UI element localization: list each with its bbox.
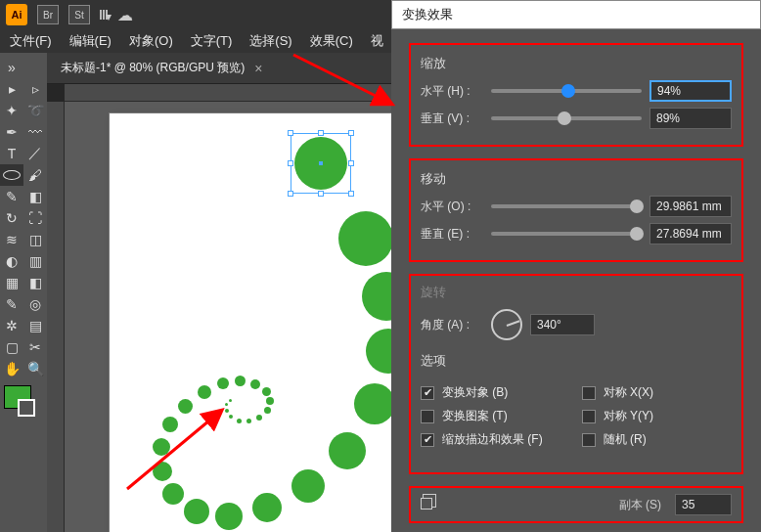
eraser-tool-icon[interactable]: ◧: [23, 186, 47, 207]
scale-v-slider[interactable]: [491, 116, 642, 120]
symbol-sprayer-tool-icon[interactable]: ✲: [0, 315, 23, 336]
scale-tool-icon[interactable]: ⛶: [23, 207, 47, 229]
app-logo-icon: Ai: [6, 4, 27, 25]
angle-dial-icon[interactable]: [491, 309, 522, 340]
scale-section: 缩放 水平 (H) : 94% 垂直 (V) : 89%: [409, 43, 743, 147]
selection-tool-icon[interactable]: ▸: [0, 78, 23, 100]
color-swatches[interactable]: [0, 385, 47, 417]
chk-reflect-y[interactable]: [582, 410, 596, 423]
chk-random[interactable]: [582, 433, 596, 447]
move-v-slider[interactable]: [491, 232, 642, 236]
type-tool-icon[interactable]: T: [0, 143, 23, 164]
lbl-scale-strokes: 缩放描边和效果 (F): [442, 431, 543, 448]
free-transform-tool-icon[interactable]: ◫: [23, 229, 47, 250]
scale-v-input[interactable]: 89%: [649, 108, 732, 129]
document-tab[interactable]: 未标题-1* @ 80% (RGB/GPU 预览): [61, 60, 245, 76]
artboard-tool-icon[interactable]: ▢: [0, 336, 23, 358]
gradient-tool-icon[interactable]: ◧: [23, 272, 47, 293]
lasso-tool-icon[interactable]: ➰: [23, 100, 47, 121]
lbl-reflect-x: 对称 X(X): [604, 384, 653, 401]
menu-type[interactable]: 文字(T): [191, 32, 233, 50]
chk-scale-strokes[interactable]: [421, 433, 434, 447]
perspective-tool-icon[interactable]: ▥: [23, 250, 47, 272]
rotate-tool-icon[interactable]: ↻: [0, 207, 23, 229]
graph-tool-icon[interactable]: ▤: [23, 315, 47, 336]
scale-v-label: 垂直 (V) :: [421, 111, 483, 127]
blend-tool-icon[interactable]: ◎: [23, 293, 47, 315]
width-tool-icon[interactable]: ≋: [0, 229, 23, 250]
lbl-reflect-y: 对称 Y(Y): [604, 408, 653, 424]
chk-transform-object[interactable]: [421, 386, 434, 400]
tools-panel: » ▸▹ ✦➰ ✒〰 T／ 🖌 ✎◧ ↻⛶ ≋◫ ◐▥ ▦◧ ✎◎ ✲▤ ▢✂ …: [0, 53, 47, 532]
arrange-docs-icon[interactable]: ▾: [100, 10, 108, 20]
sync-icon[interactable]: ☁: [117, 6, 133, 24]
mesh-tool-icon[interactable]: ▦: [0, 272, 23, 293]
move-section: 移动 水平 (O) : 29.9861 mm 垂直 (E) : 27.8694 …: [409, 158, 743, 262]
chk-reflect-x[interactable]: [582, 386, 596, 400]
stroke-swatch-icon[interactable]: [18, 399, 35, 417]
tab-cycle-icon[interactable]: »: [0, 57, 23, 78]
shape-builder-tool-icon[interactable]: ◐: [0, 250, 23, 272]
scale-heading: 缩放: [421, 55, 732, 72]
copies-section: 副本 (S) 35: [409, 486, 743, 523]
options-heading: 选项: [421, 352, 732, 370]
eyedropper-tool-icon[interactable]: ✎: [0, 293, 23, 315]
menu-select[interactable]: 选择(S): [249, 32, 291, 50]
lbl-transform-pattern: 变换图案 (T): [442, 408, 508, 424]
artboard[interactable]: [110, 113, 413, 532]
move-h-label: 水平 (O) :: [421, 199, 483, 215]
chk-transform-pattern[interactable]: [421, 410, 434, 423]
copies-input[interactable]: 35: [675, 494, 732, 515]
zoom-tool-icon[interactable]: 🔍: [23, 358, 47, 379]
scale-h-label: 水平 (H) :: [421, 83, 483, 100]
transform-effect-dialog: 变换效果 缩放 水平 (H) : 94% 垂直 (V) : 89% 移动 水平 …: [391, 0, 761, 532]
move-heading: 移动: [421, 170, 732, 188]
move-h-slider[interactable]: [491, 204, 642, 208]
brush-tool-icon[interactable]: 🖌: [23, 164, 47, 186]
magic-wand-tool-icon[interactable]: ✦: [0, 100, 23, 121]
lbl-transform-object: 变换对象 (B): [442, 384, 508, 401]
lbl-random: 随机 (R): [604, 431, 647, 448]
copies-label: 副本 (S): [452, 497, 661, 513]
move-v-input[interactable]: 27.8694 mm: [649, 223, 732, 244]
scale-h-slider[interactable]: [491, 89, 642, 93]
stock-icon[interactable]: St: [68, 5, 90, 24]
menu-view[interactable]: 视: [371, 32, 383, 50]
menu-effect[interactable]: 效果(C): [310, 32, 353, 50]
line-tool-icon[interactable]: ／: [23, 143, 47, 164]
angle-input[interactable]: 340°: [530, 314, 595, 335]
bridge-icon[interactable]: Br: [37, 5, 59, 24]
move-h-input[interactable]: 29.9861 mm: [649, 196, 732, 217]
ruler-vertical: [47, 102, 65, 532]
scale-h-input[interactable]: 94%: [649, 80, 732, 102]
pen-tool-icon[interactable]: ✒: [0, 121, 23, 143]
close-tab-icon[interactable]: ×: [254, 61, 262, 76]
menu-file[interactable]: 文件(F): [10, 32, 52, 50]
angle-label: 角度 (A) :: [421, 317, 483, 333]
slice-tool-icon[interactable]: ✂: [23, 336, 47, 358]
rotate-section: 旋转 角度 (A) : 340° 选项 变换对象 (B) 变换图案 (T) 缩放…: [409, 274, 743, 474]
curvature-tool-icon[interactable]: 〰: [23, 121, 47, 143]
move-v-label: 垂直 (E) :: [421, 226, 483, 243]
menu-edit[interactable]: 编辑(E): [69, 32, 112, 50]
hand-tool-icon[interactable]: ✋: [0, 358, 23, 379]
rotate-heading: 旋转: [421, 284, 732, 301]
anchor-grid-icon[interactable]: [421, 498, 438, 511]
shaper-tool-icon[interactable]: ✎: [0, 186, 23, 207]
menu-object[interactable]: 对象(O): [129, 32, 173, 50]
dialog-title[interactable]: 变换效果: [391, 0, 761, 29]
direct-select-tool-icon[interactable]: ▹: [23, 78, 47, 100]
selected-ellipse[interactable]: [291, 133, 351, 194]
ellipse-tool-icon[interactable]: [0, 164, 23, 186]
